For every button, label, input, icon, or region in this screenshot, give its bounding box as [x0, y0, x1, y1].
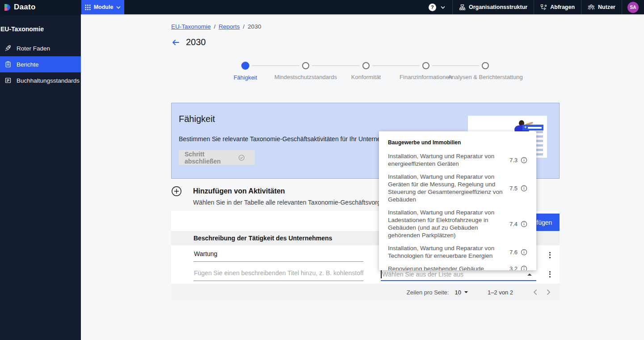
users-group-icon: [588, 4, 595, 11]
column-header-description: Beschreibung der Tätigkeit des Unternehm…: [194, 235, 332, 242]
users-button[interactable]: Nutzer: [581, 0, 622, 14]
rocket-icon: [4, 45, 12, 52]
breadcrumb-link-reports[interactable]: Reports: [219, 23, 240, 30]
requests-label: Abfragen: [550, 4, 575, 10]
step-indicator-filled: [241, 62, 249, 70]
dropdown-item[interactable]: Renovierung bestehender Gebäude 3.2: [388, 265, 527, 270]
dropdown-item-text: Installation, Wartung und Reparatur von …: [388, 173, 509, 203]
chevron-left-icon: [533, 289, 537, 295]
chevron-down-icon: [116, 6, 121, 9]
sidebar-item-berichte[interactable]: Berichte: [0, 56, 81, 72]
step-indicator-outline: [482, 62, 489, 69]
top-bar: Daato Module ?: [0, 0, 644, 14]
daato-logo-icon: [4, 4, 11, 11]
dropdown-item[interactable]: Installation, Wartung und Reparatur von …: [388, 173, 527, 203]
app-window: Daato Module ?: [0, 0, 644, 340]
breadcrumb-current: 2030: [248, 23, 261, 30]
capability-panel-title: Fähigkeit: [179, 114, 215, 124]
step-indicator-outline: [362, 62, 370, 69]
user-avatar[interactable]: SA: [627, 2, 639, 13]
sidebar: EU-Taxonomie Roter Faden Berichte: [0, 14, 81, 340]
info-icon[interactable]: [521, 265, 527, 270]
dropdown-item[interactable]: Installation, Wartung und Reparatur von …: [388, 152, 527, 168]
sidebar-item-roter-faden[interactable]: Roter Faden: [0, 40, 81, 56]
activity-code: 7.5: [509, 185, 518, 192]
users-label: Nutzer: [598, 4, 615, 10]
requests-button[interactable]: Abfragen: [534, 0, 581, 14]
dropdown-item-text: Installation, Wartung und Reparatur von …: [388, 244, 509, 260]
rows-per-page-label: Zeilen pro Seite:: [407, 289, 449, 296]
description-input[interactable]: [194, 248, 363, 262]
page-title: 2030: [186, 37, 206, 47]
activity-select[interactable]: Wählen Sie aus der Liste aus: [381, 269, 536, 281]
dropdown-group-label: Baugewerbe und Immobilien: [388, 139, 527, 146]
add-circle-icon: [171, 186, 182, 197]
dropdown-item[interactable]: Installation, Wartung und Reparatur von …: [388, 209, 527, 239]
overflow-menu-icon[interactable]: [546, 251, 554, 260]
caret-up-icon: [527, 273, 532, 276]
activity-dropdown-menu: Baugewerbe und Immobilien Installation, …: [379, 131, 536, 270]
sidebar-item-buchhaltungsstandards[interactable]: Buchhaltungsstandards: [0, 72, 81, 88]
rows-per-page-select[interactable]: 10: [455, 289, 467, 296]
step-indicator-outline: [302, 62, 309, 69]
dropdown-item[interactable]: Installation, Wartung und Reparatur von …: [388, 244, 527, 260]
checkmark-circle-icon: [238, 154, 245, 161]
back-arrow-icon[interactable]: [171, 38, 180, 47]
daato-logo: Daato: [4, 0, 36, 14]
activity-code: 7.4: [509, 221, 518, 227]
catalog-icon: [4, 77, 12, 84]
logo-text: Daato: [14, 3, 36, 12]
capability-panel-description: Bestimmen Sie relevante Taxonomie-Geschä…: [179, 135, 396, 143]
chevron-right-icon: [547, 289, 551, 295]
breadcrumb: EU-Taxonomie / Reports / 2030: [171, 23, 261, 30]
activity-select-placeholder: Wählen Sie aus der Liste aus: [382, 271, 463, 278]
activity-code: 3.2: [509, 265, 518, 270]
org-structure-button[interactable]: Organisationsstruktur: [452, 0, 534, 14]
step-indicator-outline: [422, 62, 429, 69]
sidebar-item-label: Roter Faden: [17, 45, 50, 52]
module-button[interactable]: Module: [81, 0, 124, 14]
dropdown-item-text: Renovierung bestehender Gebäude: [388, 265, 509, 270]
breadcrumb-link-eu-taxonomie[interactable]: EU-Taxonomie: [171, 23, 211, 30]
page-title-row: 2030: [171, 37, 206, 47]
clipboard-icon: [4, 61, 12, 68]
caret-down-icon: [464, 291, 468, 293]
activity-code: 7.3: [509, 157, 518, 164]
next-page-button[interactable]: [542, 285, 555, 299]
step-label: Analysen & Berichterstattung: [447, 74, 523, 81]
avatar-container: SA: [622, 0, 644, 14]
table-pagination: Zeilen pro Seite: 10 1–2 von 2: [171, 284, 560, 301]
complete-step-label: Schritt abschließen: [185, 151, 238, 165]
activities-section-title: Hinzufügen von Aktivitäten: [193, 187, 285, 195]
sidebar-module-title: EU-Taxonomie: [0, 14, 81, 40]
org-structure-label: Organisationsstruktur: [469, 4, 527, 10]
complete-step-button[interactable]: Schritt abschließen: [179, 150, 255, 165]
breadcrumb-separator: /: [243, 23, 245, 30]
help-menu-button[interactable]: ?: [421, 0, 452, 14]
switcher-grid-icon: [85, 4, 91, 10]
dropdown-item-text: Installation, Wartung und Reparatur von …: [388, 152, 509, 168]
previous-page-button[interactable]: [528, 285, 542, 299]
activity-code: 7.6: [509, 249, 518, 256]
info-icon[interactable]: [521, 221, 527, 227]
module-button-label: Module: [94, 4, 114, 10]
sidebar-item-label: Buchhaltungsstandards: [17, 77, 80, 84]
info-icon[interactable]: [521, 157, 527, 164]
workflow-arrow-icon: [540, 4, 547, 11]
text-cursor: [381, 270, 382, 278]
help-icon: ?: [429, 4, 436, 11]
illustration-add-button: +: [522, 125, 543, 130]
top-bar-actions: ? Organisationsstruktur: [421, 0, 644, 14]
pagination-range: 1–2 von 2: [488, 289, 513, 296]
chevron-down-icon: [441, 6, 445, 9]
org-chart-icon: [459, 4, 466, 11]
breadcrumb-separator: /: [214, 23, 216, 30]
dropdown-item-text: Installation, Wartung und Reparatur von …: [388, 209, 509, 239]
rows-per-page-value: 10: [455, 289, 461, 296]
description-input[interactable]: [194, 267, 363, 281]
sidebar-item-label: Berichte: [17, 61, 39, 68]
info-icon[interactable]: [521, 185, 527, 192]
info-icon[interactable]: [521, 249, 527, 256]
overflow-menu-icon[interactable]: [546, 270, 554, 279]
stepper-step-analysen-berichterstattung[interactable]: Analysen & Berichterstattung: [447, 62, 523, 81]
